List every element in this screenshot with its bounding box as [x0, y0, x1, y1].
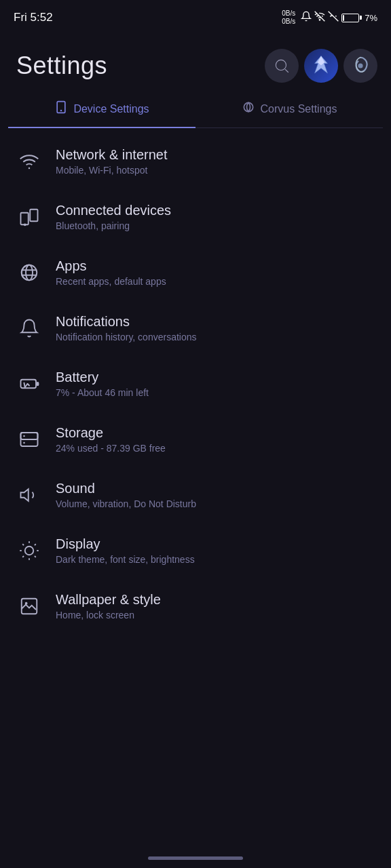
search-button[interactable]	[265, 49, 299, 83]
apps-title: Apps	[56, 258, 375, 274]
svg-point-15	[26, 265, 33, 281]
battery-text: Battery 7% - About 46 min left	[56, 370, 375, 398]
notifications-title: Notifications	[56, 314, 375, 330]
wallpaper-text: Wallpaper & style Home, lock screen	[56, 592, 375, 620]
settings-item-sound[interactable]: Sound Volume, vibration, Do Not Disturb	[0, 467, 391, 523]
header: Settings	[0, 33, 391, 91]
wifi-icon	[16, 149, 42, 174]
corvus-logo-icon	[309, 54, 333, 78]
settings-item-display[interactable]: Display Dark theme, font size, brightnes…	[0, 523, 391, 578]
display-title: Display	[56, 536, 375, 552]
notification-bell-icon	[301, 11, 312, 24]
tab-device-settings-label: Device Settings	[73, 103, 149, 115]
device-settings-tab-icon	[54, 100, 68, 117]
settings-item-apps[interactable]: Apps Recent apps, default apps	[0, 245, 391, 300]
settings-item-storage[interactable]: Storage 24% used - 87.39 GB free	[0, 412, 391, 467]
settings-item-notifications[interactable]: Notifications Notification history, conv…	[0, 300, 391, 356]
svg-point-6	[358, 63, 362, 68]
storage-title: Storage	[56, 425, 375, 441]
svg-line-1	[329, 12, 339, 22]
sound-icon	[16, 482, 42, 508]
sound-subtitle: Volume, vibration, Do Not Disturb	[56, 498, 375, 509]
svg-point-28	[25, 547, 34, 555]
svg-line-35	[22, 556, 24, 557]
svg-rect-12	[30, 210, 37, 222]
network-speed: 0B/s 0B/s	[282, 9, 295, 26]
svg-line-3	[285, 69, 288, 73]
tabs-container: Device Settings Corvus Settings	[8, 91, 383, 128]
phoenix-logo-icon	[348, 54, 373, 78]
phoenix-logo-button[interactable]	[343, 49, 377, 83]
notifications-icon	[16, 315, 42, 341]
battery-icon-visual	[341, 14, 359, 22]
notifications-text: Notifications Notification history, conv…	[56, 314, 375, 342]
svg-line-32	[35, 556, 36, 557]
settings-item-battery[interactable]: Battery 7% - About 46 min left	[0, 356, 391, 412]
settings-item-network[interactable]: Network & internet Mobile, Wi-Fi, hotspo…	[0, 134, 391, 189]
status-bar: Fri 5:52 0B/s 0B/s	[0, 0, 391, 33]
network-subtitle: Mobile, Wi-Fi, hotspot	[56, 165, 375, 176]
svg-point-10	[29, 167, 31, 170]
corvus-settings-tab-icon	[242, 100, 255, 117]
sound-text: Sound Volume, vibration, Do Not Disturb	[56, 481, 375, 509]
search-icon	[273, 57, 291, 75]
display-subtitle: Dark theme, font size, brightness	[56, 554, 375, 565]
wifi-signal-icon	[314, 11, 325, 24]
storage-subtitle: 24% used - 87.39 GB free	[56, 443, 375, 454]
svg-line-31	[22, 544, 24, 545]
tab-corvus-settings-label: Corvus Settings	[261, 103, 337, 115]
wallpaper-title: Wallpaper & style	[56, 592, 375, 608]
storage-icon	[16, 427, 42, 452]
corvus-logo-button[interactable]	[304, 49, 338, 83]
tab-corvus-settings[interactable]: Corvus Settings	[196, 91, 383, 128]
display-text: Display Dark theme, font size, brightnes…	[56, 536, 375, 565]
notifications-subtitle: Notification history, conversations	[56, 332, 375, 342]
connected-subtitle: Bluetooth, pairing	[56, 220, 375, 231]
svg-marker-27	[21, 489, 29, 501]
settings-list: Network & internet Mobile, Wi-Fi, hotspo…	[0, 128, 391, 639]
wallpaper-subtitle: Home, lock screen	[56, 610, 375, 620]
battery-percent: 7%	[365, 13, 377, 23]
network-title: Network & internet	[56, 147, 375, 163]
svg-point-2	[276, 60, 286, 70]
settings-item-wallpaper[interactable]: Wallpaper & style Home, lock screen	[0, 578, 391, 634]
apps-subtitle: Recent apps, default apps	[56, 276, 375, 287]
sound-title: Sound	[56, 481, 375, 496]
svg-point-9	[244, 102, 253, 111]
status-time: Fri 5:52	[14, 11, 53, 24]
svg-point-25	[23, 435, 25, 437]
status-icons: 0B/s 0B/s	[282, 9, 377, 26]
wallpaper-icon	[16, 593, 42, 619]
svg-line-22	[28, 384, 30, 386]
tab-device-settings[interactable]: Device Settings	[8, 91, 196, 128]
display-icon	[16, 538, 42, 564]
svg-line-36	[35, 544, 36, 545]
svg-point-0	[320, 20, 320, 20]
page-title: Settings	[16, 52, 107, 80]
header-action-icons	[265, 49, 377, 83]
battery-subtitle: 7% - About 46 min left	[56, 387, 375, 398]
home-indicator	[148, 856, 243, 860]
battery-settings-icon	[16, 371, 42, 397]
svg-point-26	[23, 442, 25, 444]
battery-status: 7%	[341, 13, 377, 23]
apps-icon	[16, 260, 42, 285]
signal-icon	[328, 11, 339, 24]
connected-text: Connected devices Bluetooth, pairing	[56, 203, 375, 231]
apps-text: Apps Recent apps, default apps	[56, 258, 375, 287]
storage-text: Storage 24% used - 87.39 GB free	[56, 425, 375, 454]
battery-title: Battery	[56, 370, 375, 385]
connected-devices-icon	[16, 204, 42, 230]
svg-point-38	[25, 602, 28, 605]
svg-rect-11	[21, 213, 29, 225]
connected-title: Connected devices	[56, 203, 375, 218]
network-text: Network & internet Mobile, Wi-Fi, hotspo…	[56, 147, 375, 176]
settings-item-connected[interactable]: Connected devices Bluetooth, pairing	[0, 189, 391, 245]
